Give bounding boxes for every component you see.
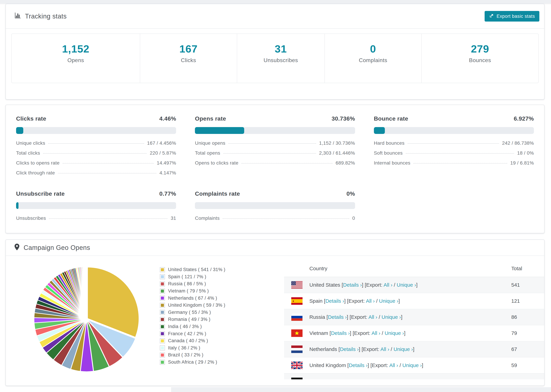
- total-cell: 67: [511, 346, 544, 352]
- export-all-link[interactable]: All ›: [372, 330, 380, 336]
- rate-detail-row: Unique opens1,152 / 30.736%: [195, 140, 355, 150]
- rate-detail-row: Unsubscribes31: [16, 216, 176, 225]
- bar-chart-icon: [14, 12, 21, 21]
- flag-icon-de: [291, 378, 303, 379]
- legend-item-russia[interactable]: Russia ( 86 / 5% ): [160, 280, 225, 287]
- export-all-link[interactable]: All ›: [389, 362, 398, 368]
- rate-detail-label: Internal bounces: [374, 160, 410, 166]
- export-icon: [489, 13, 494, 19]
- legend-item-south-africa[interactable]: South Africa ( 29 / 2% ): [160, 359, 225, 366]
- rate-value: 6.927%: [514, 115, 534, 122]
- export-unique-link[interactable]: Unique ›: [403, 362, 422, 368]
- cell-text: ]: [416, 282, 417, 288]
- rate-progress-fill: [16, 127, 23, 134]
- rate-detail-row: Total opens2,303 / 61.446%: [195, 150, 355, 160]
- table-row-netherlands: Netherlands [Details ›] [Export: All › /…: [284, 341, 544, 357]
- rate-detail-row: Clicks to opens rate14.497%: [16, 160, 176, 170]
- export-unique-link[interactable]: Unique ›: [379, 298, 398, 304]
- export-all-link[interactable]: All ›: [374, 378, 383, 379]
- rate-value: 0.77%: [159, 190, 176, 197]
- legend-swatch: [160, 331, 165, 336]
- cell-text: ] [Export:: [359, 346, 380, 352]
- details-link[interactable]: Details ›: [325, 298, 344, 304]
- total-cell: 59: [511, 362, 544, 368]
- tracking-stats-card: Tracking stats Export basic stats 1,152O…: [6, 4, 544, 99]
- cell-text: ] [Export:: [344, 298, 366, 304]
- details-link[interactable]: Details ›: [331, 330, 350, 336]
- legend-label: Netherlands ( 67 / 4% ): [168, 295, 217, 301]
- stats-row: 1,152Opens167Clicks31Unsubscribes0Compla…: [11, 34, 539, 83]
- legend-item-germany[interactable]: Germany ( 55 / 3% ): [160, 309, 225, 316]
- details-link[interactable]: Details ›: [343, 282, 362, 288]
- cell-text: ]: [401, 314, 402, 320]
- legend-item-italy[interactable]: Italy ( 36 / 2% ): [160, 344, 225, 352]
- export-unique-link[interactable]: Unique ›: [385, 330, 404, 336]
- rates-card: Clicks rate4.46%Unique clicks167 / 4.456…: [6, 105, 544, 233]
- legend-item-india[interactable]: India ( 46 / 3% ): [160, 323, 225, 330]
- geo-table: Country Total United States [Details ›] …: [284, 260, 544, 379]
- export-all-link[interactable]: All ›: [366, 298, 375, 304]
- export-all-link[interactable]: All ›: [380, 346, 389, 352]
- rate-title: Bounce rate: [374, 115, 408, 122]
- cell-text: ] [Export:: [347, 314, 368, 320]
- rate-title: Clicks rate: [16, 115, 46, 122]
- leader-dots: [48, 143, 144, 144]
- rate-detail-label: Opens to clicks rate: [195, 160, 238, 166]
- legend-label: Brazil ( 33 / 2% ): [168, 352, 204, 358]
- rate-value: 0%: [346, 190, 355, 197]
- legend-item-canada[interactable]: Canada ( 40 / 2% ): [160, 337, 225, 344]
- legend-item-united-states[interactable]: United States ( 541 / 31% ): [160, 266, 225, 273]
- export-button-label: Export basic stats: [497, 14, 535, 19]
- flag-icon-vn: [291, 329, 303, 337]
- rate-detail-row: Soft bounces18 / 0%: [374, 150, 534, 160]
- legend-item-united-kingdom[interactable]: United Kingdom ( 59 / 3% ): [160, 302, 225, 309]
- rate-detail-label: Total opens: [195, 150, 220, 156]
- legend-item-netherlands[interactable]: Netherlands ( 67 / 4% ): [160, 294, 225, 302]
- export-unique-link[interactable]: Unique ›: [381, 314, 401, 320]
- campaign-geo-opens-card: Campaign Geo Opens United States ( 541 /…: [6, 239, 544, 386]
- details-link[interactable]: Details ›: [328, 314, 347, 320]
- rate-detail-value: 19 / 6.81%: [510, 160, 534, 166]
- details-link[interactable]: Details ›: [349, 362, 367, 368]
- tracking-card-header: Tracking stats Export basic stats: [6, 4, 544, 29]
- export-unique-link[interactable]: Unique ›: [397, 282, 416, 288]
- legend-item-spain[interactable]: Spain ( 121 / 7% ): [160, 273, 225, 280]
- details-link[interactable]: Details ›: [333, 378, 352, 379]
- leader-dots: [43, 153, 147, 154]
- rate-section-unsubscribe-rate: Unsubscribe rate0.77%Unsubscribes31: [16, 180, 176, 225]
- table-row-germany: Germany [Details ›] [Export: All › / Uni…: [284, 373, 544, 379]
- cell-text: ]: [413, 346, 414, 352]
- details-link[interactable]: Details ›: [340, 346, 359, 352]
- legend-item-brazil[interactable]: Brazil ( 33 / 2% ): [160, 351, 225, 359]
- stat-box-clicks: 167Clicks: [140, 34, 237, 83]
- export-all-link[interactable]: All ›: [368, 314, 377, 320]
- geo-card-header: Campaign Geo Opens: [6, 240, 544, 256]
- cell-text: /: [375, 298, 379, 304]
- legend-label: Canada ( 40 / 2% ): [168, 338, 208, 343]
- legend-swatch: [160, 295, 165, 301]
- rate-detail-label: Complaints: [195, 216, 219, 221]
- legend-item-vietnam[interactable]: Vietnam ( 79 / 5% ): [160, 287, 225, 295]
- cell-text: /: [383, 378, 387, 379]
- geo-title-text: Campaign Geo Opens: [24, 244, 90, 252]
- country-cell: United Kingdom [Details ›] [Export: All …: [309, 362, 511, 368]
- export-all-link[interactable]: All ›: [384, 282, 393, 288]
- total-cell: 541: [511, 282, 544, 288]
- cell-text: United Kingdom [: [309, 362, 349, 368]
- legend-swatch: [160, 338, 165, 343]
- cell-text: ]: [398, 298, 400, 304]
- cell-text: ]: [404, 330, 405, 336]
- legend-item-romania[interactable]: Romania ( 49 / 3% ): [160, 316, 225, 323]
- export-unique-link[interactable]: Unique ›: [387, 378, 406, 379]
- export-unique-link[interactable]: Unique ›: [394, 346, 413, 352]
- export-basic-stats-button[interactable]: Export basic stats: [485, 11, 539, 21]
- legend-swatch: [160, 324, 165, 329]
- stat-box-bounces: 279Bounces: [421, 34, 538, 83]
- rate-value: 4.46%: [159, 115, 176, 122]
- legend-label: Italy ( 36 / 2% ): [168, 345, 200, 351]
- stat-label: Clicks: [140, 57, 237, 63]
- rate-progress-fill: [374, 127, 385, 134]
- rate-detail-label: Soft bounces: [374, 150, 403, 156]
- legend-item-france[interactable]: France ( 42 / 2% ): [160, 330, 225, 337]
- table-row-united-states: United States [Details ›] [Export: All ›…: [284, 277, 544, 293]
